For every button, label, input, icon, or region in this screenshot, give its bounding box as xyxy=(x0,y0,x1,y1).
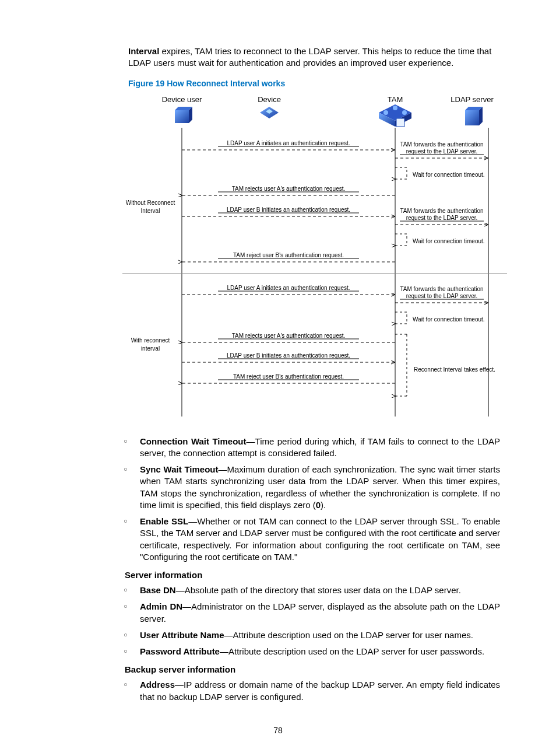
term-admin-dn: Admin DN xyxy=(140,601,182,611)
svg-marker-12 xyxy=(465,110,479,125)
diagram-svg: Device user Device TAM LDAP server xyxy=(122,93,507,419)
text-address: —IP address or domain name of the backup… xyxy=(140,680,500,701)
list-item: Address—IP address or domain name of the… xyxy=(117,679,500,703)
term-address: Address xyxy=(140,680,175,690)
lbl-with-b: interval xyxy=(141,345,160,352)
device-user-icon xyxy=(175,107,192,123)
lbl-reconnect: Reconnect Interval takes effect. xyxy=(414,366,495,373)
lbl-fwd1a: TAM forwards the authentication xyxy=(400,141,483,148)
list-item: User Attribute Name—Attribute descriptio… xyxy=(117,629,500,641)
list-item: Connection Wait Timeout—Time period duri… xyxy=(117,436,500,460)
term-base-dn: Base DN xyxy=(140,585,176,595)
top-bullet-list: Connection Wait Timeout—Time period duri… xyxy=(117,436,500,564)
svg-point-8 xyxy=(383,110,388,115)
bold-zero: 0 xyxy=(316,500,321,510)
lbl-fwd3b: request to the LDAP server. xyxy=(406,293,478,299)
svg-point-9 xyxy=(393,106,397,110)
lbl-fwd2a: TAM forwards the authentication xyxy=(400,208,483,214)
lbl-userA-2: LDAP user A initiates an authentication … xyxy=(227,285,350,291)
svg-marker-0 xyxy=(175,110,189,123)
lbl-without-a: Without Reconnect xyxy=(126,200,175,206)
backup-heading: Backup server information xyxy=(125,664,500,674)
lbl-userB-2: LDAP user B initiates an authentication … xyxy=(227,352,350,359)
intro-paragraph: Interval expires, TAM tries to reconnect… xyxy=(52,46,504,69)
lbl-wait1: Wait for connection timeout. xyxy=(413,172,485,178)
svg-point-10 xyxy=(402,110,407,115)
lbl-wait2: Wait for connection timeout. xyxy=(413,238,485,244)
head-device-user: Device user xyxy=(162,95,202,104)
backup-bullet-list: Address—IP address or domain name of the… xyxy=(117,679,500,703)
lbl-rejB-2: TAM reject user B's authentication reque… xyxy=(233,373,344,380)
svg-rect-11 xyxy=(396,118,404,127)
text-user-attr: —Attribute description used on the LDAP … xyxy=(224,630,473,640)
text-admin-dn: —Administrator on the LDAP server, displ… xyxy=(140,601,500,623)
head-tam: TAM xyxy=(388,95,403,104)
list-item: Enable SSL—Whether or not TAM can connec… xyxy=(117,516,500,563)
lbl-userA-1: LDAP user A initiates an authentication … xyxy=(227,140,350,146)
term-conn-wait: Connection Wait Timeout xyxy=(140,436,247,446)
lbl-rejA-1: TAM rejects user A's authentication requ… xyxy=(232,186,346,192)
page-number: 78 xyxy=(0,726,556,735)
intro-bold: Interval xyxy=(128,46,159,56)
lbl-with-a: With reconnect xyxy=(131,337,170,344)
text-base-dn: —Absolute path of the directory that sto… xyxy=(176,585,461,595)
ldap-icon xyxy=(465,107,483,125)
server-info-heading: Server information xyxy=(125,570,500,580)
server-bullet-list: Base DN—Absolute path of the directory t… xyxy=(117,584,500,657)
list-item: Admin DN—Administrator on the LDAP serve… xyxy=(117,601,500,625)
list-item: Base DN—Absolute path of the directory t… xyxy=(117,584,500,596)
term-pwd-attr: Password Attribute xyxy=(140,646,220,656)
lbl-without-b: Interval xyxy=(141,208,160,214)
intro-rest: expires, TAM tries to reconnect to the L… xyxy=(128,46,491,68)
lbl-fwd1b: request to the LDAP server. xyxy=(406,148,478,155)
text-sync-wait-after: ). xyxy=(321,500,326,510)
list-item: Password Attribute—Attribute description… xyxy=(117,646,500,657)
term-sync-wait: Sync Wait Timeout xyxy=(140,464,219,474)
lbl-fwd3a: TAM forwards the authentication xyxy=(400,286,483,292)
term-user-attr: User Attribute Name xyxy=(140,630,224,640)
lbl-userB-1: LDAP user B initiates an authentication … xyxy=(227,206,350,213)
text-enable-ssl: —Whether or not TAM can connect to the L… xyxy=(140,516,500,562)
head-device: Device xyxy=(258,95,281,104)
head-ldap: LDAP server xyxy=(451,95,494,104)
tam-icon xyxy=(379,104,411,127)
lbl-fwd2b: request to the LDAP server. xyxy=(406,215,478,221)
lbl-rejB-1: TAM reject user B's authentication reque… xyxy=(233,252,344,258)
lbl-rejA-2: TAM rejects user A's authentication requ… xyxy=(232,332,346,339)
figure-caption: Figure 19 How Reconnect Interval works xyxy=(52,79,504,88)
text-pwd-attr: —Attribute description used on the LDAP … xyxy=(220,646,484,656)
device-icon xyxy=(260,107,279,118)
sequence-diagram: Device user Device TAM LDAP server xyxy=(122,93,509,419)
lbl-wait3: Wait for connection timeout. xyxy=(413,316,485,323)
list-item: Sync Wait Timeout—Maximum duration of ea… xyxy=(117,464,500,511)
term-enable-ssl: Enable SSL xyxy=(140,516,188,526)
